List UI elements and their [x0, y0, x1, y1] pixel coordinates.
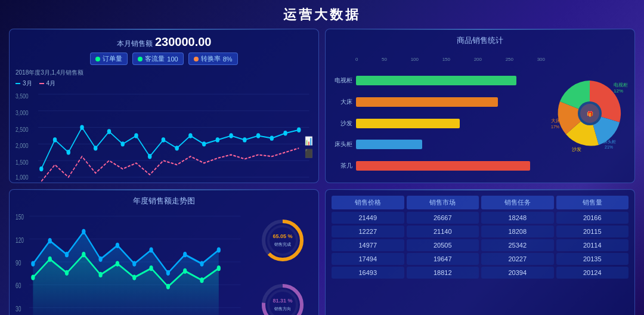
- pie-pct-3: 21%: [605, 145, 613, 149]
- badge-orders[interactable]: 订单量: [90, 52, 128, 65]
- svg-point-81: [31, 274, 35, 280]
- td-3-2: 20227: [481, 253, 554, 265]
- td-2-0: 14977: [332, 239, 404, 251]
- page-container: 运营大数据 本月销售额 230000.00 订单量 客流量 100: [0, 0, 644, 315]
- bar-label-3: 床头柜: [332, 140, 352, 149]
- td-0-0: 21449: [332, 212, 404, 224]
- svg-text:120: 120: [16, 236, 24, 244]
- annual-chart-svg: 150 120 90 60 30 0: [16, 209, 247, 315]
- tr-content: 0 50 100 150 200 250 300 电视柜: [332, 51, 628, 177]
- bar-row-3: 床头柜: [332, 140, 545, 149]
- td-4-1: 18812: [407, 267, 479, 279]
- pie-chart-svg: 🎁 电视柜 12% 红 沙发 19% 大床 17% 床头柜 21%: [551, 75, 628, 152]
- bar-container-2: [356, 119, 545, 128]
- svg-point-83: [65, 270, 69, 276]
- legend-march: 3月: [16, 79, 32, 88]
- svg-point-22: [175, 146, 178, 150]
- td-0-3: 20166: [556, 212, 629, 224]
- svg-text:90: 90: [16, 258, 21, 267]
- tl-chart-area: 2018年度3月,1,4月销售额 3月 4月 3,500 3,000 2,5: [16, 69, 312, 177]
- x-axis-150: 150: [442, 57, 450, 62]
- td-1-3: 20115: [556, 226, 629, 237]
- bar-label-2: 沙发: [332, 119, 352, 128]
- table-body: 21449 26667 18248 20166 12227 21140 1820…: [332, 212, 628, 315]
- badge-conversion-label: 转换率: [201, 54, 221, 63]
- svg-point-71: [82, 228, 85, 234]
- bar-fill-1: [356, 97, 498, 107]
- td-1-2: 18208: [481, 226, 554, 237]
- pie-label-1: 大床: [551, 118, 561, 123]
- svg-point-85: [98, 272, 102, 277]
- td-0-1: 26667: [407, 212, 479, 224]
- svg-point-82: [48, 256, 52, 261]
- legend-dot-march: [16, 83, 20, 84]
- svg-text:150: 150: [16, 212, 24, 221]
- badge-traffic-value: 100: [167, 55, 178, 63]
- badge-traffic-label: 客流量: [145, 54, 165, 63]
- th-2: 销售任务: [481, 196, 554, 209]
- badge-conversion[interactable]: 转换率 8%: [188, 52, 238, 65]
- x-axis-100: 100: [411, 57, 419, 62]
- svg-point-13: [53, 137, 57, 142]
- gauge-svg-2: 81.31 % 销售方向: [259, 281, 306, 315]
- badge-dot-orders: [95, 57, 100, 61]
- legend-april-label: 4月: [47, 79, 56, 88]
- bar-fill-0: [356, 76, 516, 85]
- table-row-3: 17494 19647 20227 20135: [332, 253, 628, 265]
- svg-point-69: [48, 238, 52, 243]
- x-axis-50: 50: [382, 57, 387, 62]
- bottom-left-panel: 年度销售额走势图 150 120 90 60 30 0: [9, 189, 319, 315]
- svg-point-68: [31, 261, 35, 266]
- bl-chart: 150 120 90 60 30 0: [16, 209, 247, 315]
- td-2-2: 25342: [481, 239, 554, 251]
- bl-content: 150 120 90 60 30 0: [16, 209, 312, 315]
- td-1-0: 12227: [332, 226, 404, 237]
- td-4-0: 16493: [332, 267, 404, 279]
- pie-label-red: 红: [614, 103, 618, 109]
- page-title: 运营大数据: [0, 0, 644, 29]
- tl-header-label: 本月销售额: [117, 39, 153, 48]
- svg-point-79: [217, 247, 221, 252]
- td-4-3: 20124: [556, 267, 629, 279]
- table-row-4: 16493 18812 20394 20124: [332, 267, 628, 279]
- table-row-0: 21449 26667 18248 20166: [332, 212, 628, 224]
- svg-point-18: [120, 141, 124, 146]
- tr-title: 商品销售统计: [332, 35, 628, 46]
- svg-point-74: [132, 261, 136, 266]
- svg-point-23: [188, 133, 192, 138]
- bottom-right-panel: 销售价格 销售市场 销售任务 销售量 21449 26667 18248 201…: [325, 189, 635, 315]
- th-1: 销售市场: [407, 196, 479, 209]
- badge-traffic[interactable]: 客流量 100: [132, 52, 183, 65]
- svg-text:60: 60: [16, 282, 21, 290]
- svg-point-29: [270, 135, 274, 140]
- svg-text:销售方向: 销售方向: [274, 307, 291, 311]
- svg-point-70: [65, 252, 69, 257]
- svg-point-20: [148, 154, 151, 159]
- bar-row-1: 大床: [332, 97, 545, 107]
- svg-point-75: [149, 247, 153, 252]
- svg-text:30: 30: [16, 304, 21, 313]
- gauge-2: 81.31 % 销售方向: [259, 281, 306, 315]
- table-header: 销售价格 销售市场 销售任务 销售量: [332, 196, 628, 209]
- top-left-panel: 本月销售额 230000.00 订单量 客流量 100 转换率 8%: [9, 29, 319, 183]
- bar-fill-3: [356, 140, 422, 149]
- legend-dot-april: [39, 83, 44, 84]
- chart-subtitle: 2018年度3月,1,4月销售额: [16, 69, 312, 77]
- svg-text:1,000: 1,000: [16, 174, 29, 181]
- svg-point-88: [149, 265, 153, 271]
- svg-point-89: [166, 284, 170, 289]
- svg-point-25: [216, 137, 219, 142]
- tl-header: 本月销售额 230000.00: [16, 35, 312, 49]
- svg-text:3,500: 3,500: [16, 92, 29, 100]
- svg-point-15: [80, 125, 83, 129]
- svg-point-91: [200, 277, 203, 283]
- pie-label-0: 电视柜: [614, 82, 628, 88]
- bar-container-1: [356, 97, 545, 107]
- td-3-1: 19647: [407, 253, 479, 265]
- badge-dot-conversion: [194, 57, 199, 61]
- chart-legend: 3月 4月: [16, 79, 312, 88]
- td-3-3: 20135: [556, 253, 629, 265]
- dashboard-grid: 本月销售额 230000.00 订单量 客流量 100 转换率 8%: [0, 29, 644, 315]
- pie-pct-0: 12%: [614, 88, 623, 94]
- svg-point-76: [166, 270, 170, 276]
